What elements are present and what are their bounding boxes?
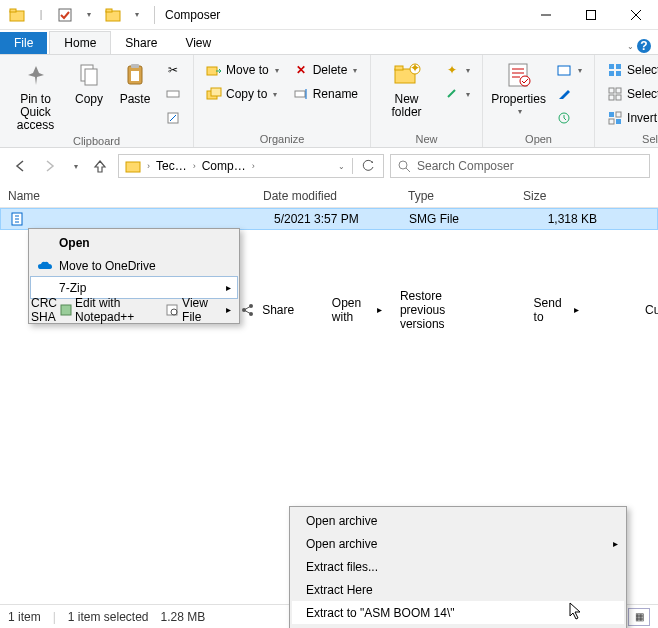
breadcrumb[interactable]: Tec… xyxy=(152,159,191,173)
chevron-right-icon[interactable]: › xyxy=(252,161,255,171)
menu-open[interactable]: Open xyxy=(31,231,237,254)
chevron-down-icon: ▾ xyxy=(466,90,470,99)
nav-bar: ▾ › Tec… › Comp… › ⌄ Search Composer xyxy=(0,148,658,184)
cut-button[interactable]: ✂ xyxy=(161,59,185,81)
qat-dropdown-icon[interactable]: ▾ xyxy=(126,4,148,26)
chevron-down-icon: ▾ xyxy=(74,162,78,171)
chevron-right-icon: ▸ xyxy=(613,538,618,549)
checkbox-icon[interactable] xyxy=(54,4,76,26)
history-icon xyxy=(556,110,572,126)
submenu-extract-to[interactable]: Extract to "ASM BOOM 14\" xyxy=(292,601,624,624)
svg-rect-20 xyxy=(211,88,221,96)
menu-notepadpp[interactable]: Edit with Notepad++ xyxy=(57,298,162,321)
svg-point-50 xyxy=(242,308,246,312)
column-headers: Name Date modified Type Size xyxy=(0,184,658,208)
column-name[interactable]: Name xyxy=(0,189,255,203)
group-label: Open xyxy=(491,131,586,145)
scissors-icon: ✂ xyxy=(165,62,181,78)
move-to-button[interactable]: Move to▾ xyxy=(202,59,283,81)
group-label: Organize xyxy=(202,131,362,145)
submenu-extract-here[interactable]: Extract Here xyxy=(292,578,624,601)
svg-rect-36 xyxy=(616,88,621,93)
tab-view[interactable]: View xyxy=(171,32,225,54)
file-row[interactable]: 5/2021 3:57 PM SMG File 1,318 KB xyxy=(0,208,658,230)
pin-to-quick-access-button[interactable]: Pin to Quick access xyxy=(8,59,63,133)
invert-selection-button[interactable]: Invert selection xyxy=(603,107,658,129)
open-icon xyxy=(556,62,572,78)
column-type[interactable]: Type xyxy=(400,189,515,203)
menu-onedrive[interactable]: Move to OneDrive xyxy=(31,254,237,277)
chevron-down-icon: ▾ xyxy=(518,108,522,117)
up-button[interactable] xyxy=(88,154,112,178)
chevron-right-icon[interactable]: › xyxy=(193,161,196,171)
refresh-button[interactable] xyxy=(355,154,381,178)
edit-button[interactable] xyxy=(552,83,586,105)
copy-path-button[interactable] xyxy=(161,83,185,105)
easy-access-button[interactable]: ▾ xyxy=(440,83,474,105)
submenu-test[interactable]: Test archive xyxy=(292,624,624,628)
breadcrumb[interactable]: Comp… xyxy=(198,159,250,173)
menu-cut[interactable]: Cut xyxy=(617,298,658,321)
svg-point-44 xyxy=(399,161,407,169)
recent-locations-button[interactable]: ▾ xyxy=(68,154,82,178)
search-placeholder: Search Composer xyxy=(417,159,514,173)
qat-dropdown-icon[interactable]: ▾ xyxy=(78,4,100,26)
open-button[interactable]: ▾ xyxy=(552,59,586,81)
paste-shortcut-button[interactable] xyxy=(161,107,185,129)
svg-rect-18 xyxy=(207,67,217,75)
submenu-extract-files[interactable]: Extract files... xyxy=(292,555,624,578)
menu-share[interactable]: Share xyxy=(234,298,312,321)
tab-home[interactable]: Home xyxy=(49,31,111,54)
submenu-open-archive[interactable]: Open archive xyxy=(292,509,624,532)
select-all-button[interactable]: Select all xyxy=(603,59,658,81)
close-button[interactable] xyxy=(613,0,658,30)
paste-icon xyxy=(119,59,151,91)
copy-to-button[interactable]: Copy to▾ xyxy=(202,83,283,105)
column-size[interactable]: Size xyxy=(515,189,658,203)
tab-share[interactable]: Share xyxy=(111,32,171,54)
svg-rect-24 xyxy=(395,66,403,70)
address-dropdown-button[interactable]: ⌄ xyxy=(330,154,350,178)
address-bar[interactable]: › Tec… › Comp… › ⌄ xyxy=(118,154,384,178)
menu-sendto[interactable]: Send to▸ xyxy=(511,298,585,321)
menu-crcsha[interactable]: CRC SHA▸ Edit with Notepad++ View File S… xyxy=(31,298,237,321)
submenu-open-archive-sub[interactable]: Open archive▸ xyxy=(292,532,624,555)
column-date[interactable]: Date modified xyxy=(255,189,400,203)
back-button[interactable] xyxy=(8,154,32,178)
menu-restore[interactable]: Restore previous versions xyxy=(388,298,479,321)
properties-button[interactable]: Properties▾ xyxy=(491,59,546,117)
new-item-button[interactable]: ✦▾ xyxy=(440,59,474,81)
chevron-right-icon[interactable]: › xyxy=(147,161,150,171)
minimize-button[interactable] xyxy=(523,0,568,30)
folder-icon xyxy=(6,4,28,26)
svg-point-51 xyxy=(249,304,253,308)
search-icon xyxy=(397,159,411,173)
title-bar: | ▾ ▾ Composer xyxy=(0,0,658,30)
history-button[interactable] xyxy=(552,107,586,129)
properties-icon xyxy=(503,59,535,91)
paste-button[interactable]: Paste xyxy=(115,59,155,106)
help-icon: ? xyxy=(636,38,652,54)
svg-rect-32 xyxy=(616,64,621,69)
new-folder-button[interactable]: ✦ New folder xyxy=(379,59,434,119)
help-button[interactable]: ⌄ ? xyxy=(627,38,652,54)
path-icon xyxy=(165,86,181,102)
submenu-7zip: Open archive Open archive▸ Extract files… xyxy=(289,506,627,628)
menu-openwith[interactable]: Open with▸ xyxy=(312,298,387,321)
sparkle-icon: ✦ xyxy=(444,62,460,78)
search-input[interactable]: Search Composer xyxy=(390,154,650,178)
menu-viewfile[interactable]: View File xyxy=(162,298,234,321)
select-none-button[interactable]: Select none xyxy=(603,83,658,105)
tab-file[interactable]: File xyxy=(0,32,47,54)
rename-button[interactable]: Rename xyxy=(289,83,362,105)
delete-button[interactable]: ✕Delete▾ xyxy=(289,59,362,81)
maximize-button[interactable] xyxy=(568,0,613,30)
chevron-right-icon: ▸ xyxy=(226,282,231,293)
svg-rect-6 xyxy=(586,10,595,19)
svg-rect-35 xyxy=(609,88,614,93)
forward-button[interactable] xyxy=(38,154,62,178)
copy-button[interactable]: Copy xyxy=(69,59,109,106)
svg-line-45 xyxy=(406,168,410,172)
icons-view-button[interactable]: ▦ xyxy=(628,608,650,626)
share-icon xyxy=(234,303,262,317)
